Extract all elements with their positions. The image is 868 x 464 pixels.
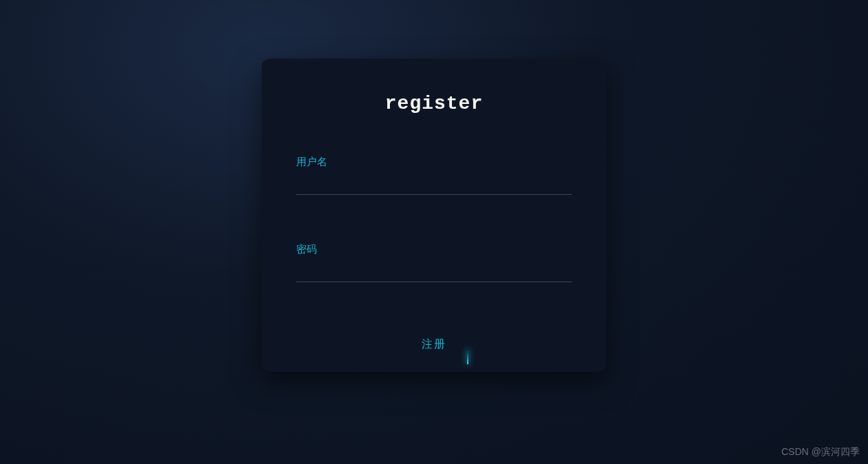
- watermark-text: CSDN @滨河四季: [781, 446, 860, 458]
- username-label: 用户名: [296, 156, 572, 169]
- register-button[interactable]: 注册: [408, 330, 460, 359]
- username-field-group: 用户名: [296, 156, 572, 195]
- register-card: register 用户名 密码 注册: [262, 59, 606, 372]
- password-field-group: 密码: [296, 243, 572, 282]
- form-title: register: [296, 93, 572, 114]
- username-input[interactable]: [296, 177, 572, 195]
- password-label: 密码: [296, 243, 572, 256]
- submit-wrap: 注册: [296, 330, 572, 359]
- password-input[interactable]: [296, 264, 572, 282]
